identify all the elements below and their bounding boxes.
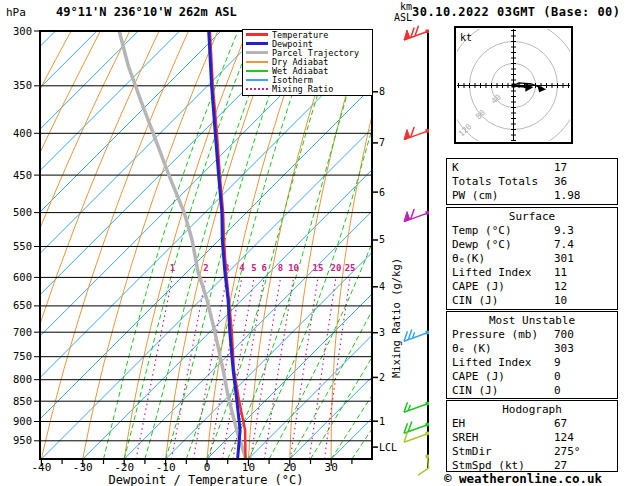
parcel-line-swatch — [246, 51, 268, 54]
svg-text:6: 6 — [261, 263, 266, 273]
stat-label: θₑ(K) — [452, 252, 554, 266]
x-axis-title: Dewpoint / Temperature (°C) — [40, 473, 372, 486]
stat-row-k: K17 — [452, 161, 617, 175]
surface-row-li: Lifted Index11 — [452, 266, 617, 280]
svg-text:1: 1 — [170, 263, 175, 273]
svg-text:2: 2 — [379, 372, 385, 383]
svg-text:10: 10 — [288, 263, 299, 273]
dewpoint-line-swatch — [246, 42, 268, 45]
svg-text:500: 500 — [13, 206, 32, 218]
surface-row-temp: Temp (°C)9.3 — [452, 224, 617, 238]
svg-text:7: 7 — [379, 137, 385, 148]
most-unstable-panel: Most Unstable Pressure (mb)700 θₑ (K)303… — [446, 311, 618, 399]
svg-text:6: 6 — [379, 187, 385, 198]
legend-item-mixing-ratio: Mixing Ratio — [243, 85, 372, 94]
temperature-line-swatch — [246, 33, 268, 36]
wind-barb — [404, 26, 429, 40]
stat-value: 303 — [554, 342, 574, 355]
svg-text:350: 350 — [13, 79, 32, 91]
wind-barb — [404, 209, 429, 222]
stat-value: 0 — [554, 384, 561, 397]
stat-label: Pressure (mb) — [452, 328, 554, 342]
stat-value: 1.98 — [554, 189, 581, 202]
svg-text:1: 1 — [379, 416, 385, 427]
svg-text:20: 20 — [330, 263, 341, 273]
legend-box: Temperature Dewpoint Parcel Trajectory D… — [242, 29, 373, 96]
svg-text:kt: kt — [460, 32, 472, 43]
wet-adiabat-line-swatch — [246, 70, 268, 72]
svg-text:5: 5 — [379, 234, 385, 245]
svg-text:950: 950 — [13, 434, 32, 446]
stat-label: StmDir — [452, 445, 554, 459]
svg-text:450: 450 — [13, 169, 32, 181]
svg-text:8: 8 — [278, 263, 283, 273]
wind-barb — [404, 432, 429, 442]
stat-value: 275° — [554, 445, 581, 458]
isotherm-line-swatch — [246, 79, 268, 81]
svg-text:2: 2 — [203, 263, 208, 273]
stat-value: 67 — [554, 417, 567, 430]
hodo-row-stmdir: StmDir275° — [452, 445, 617, 459]
stat-value: 17 — [554, 161, 567, 174]
indices-panel: K17 Totals Totals36 PW (cm)1.98 — [446, 158, 618, 205]
stat-value: 9.3 — [554, 224, 574, 237]
svg-text:25: 25 — [345, 263, 356, 273]
wind-barb — [404, 402, 429, 412]
svg-text:400: 400 — [13, 127, 32, 139]
sounding-chart-page: 1234568101520253003504004505005506006507… — [0, 0, 629, 486]
datetime-title: 30.10.2022 03GMT (Base: 00) — [412, 5, 621, 19]
svg-text:LCL: LCL — [379, 442, 397, 453]
mixing-ratio-lines — [136, 277, 350, 459]
stat-value: 11 — [554, 266, 567, 279]
stat-value: 10 — [554, 294, 567, 307]
stat-label: CAPE (J) — [452, 280, 554, 294]
hodograph-panel: Hodograph EH67 SREH124 StmDir275° StmSpd… — [446, 400, 618, 472]
mu-row-cin: CIN (J)0 — [452, 384, 617, 398]
stat-label: CAPE (J) — [452, 370, 554, 384]
stat-label: θₑ (K) — [452, 342, 554, 356]
mu-row-li: Lifted Index9 — [452, 356, 617, 370]
altitude-axis: 87654321LCL — [371, 31, 428, 468]
asl-label: ASL — [382, 12, 412, 23]
svg-text:650: 650 — [13, 299, 32, 311]
svg-text:3: 3 — [379, 327, 385, 338]
svg-text:900: 900 — [13, 415, 32, 427]
stat-value: 7.4 — [554, 238, 574, 251]
copyright-text: © weatheronline.co.uk — [444, 471, 602, 486]
svg-text:300: 300 — [13, 25, 32, 37]
stat-value: 301 — [554, 252, 574, 265]
stat-label: CIN (J) — [452, 384, 554, 398]
mu-row-cape: CAPE (J)0 — [452, 370, 617, 384]
surface-row-cin: CIN (J)10 — [452, 294, 617, 308]
surface-row-cape: CAPE (J)12 — [452, 280, 617, 294]
x-axis-ticks: -40-30-20-100102030 — [31, 460, 351, 474]
stat-value: 700 — [554, 328, 574, 341]
legend-label: Mixing Ratio — [272, 84, 333, 94]
hodo-row-eh: EH67 — [452, 417, 617, 431]
mu-row-pressure: Pressure (mb)700 — [452, 328, 617, 342]
svg-text:15: 15 — [313, 263, 324, 273]
wind-barbs — [404, 26, 429, 475]
surface-row-thetae: θₑ(K)301 — [452, 252, 617, 266]
stat-label: Lifted Index — [452, 356, 554, 370]
altitude-unit-label: km — [382, 1, 412, 12]
stat-label: Lifted Index — [452, 266, 554, 280]
wind-barb — [404, 127, 429, 140]
mixing-ratio-axis-title: Mixing Ratio (g/kg) — [390, 258, 402, 378]
stat-label: Temp (°C) — [452, 224, 554, 238]
stat-label: PW (cm) — [452, 189, 554, 203]
wind-barb — [404, 330, 429, 342]
svg-text:550: 550 — [13, 240, 32, 252]
stat-label: SREH — [452, 431, 554, 445]
stat-value: 9 — [554, 356, 561, 369]
pressure-unit-label: hPa — [6, 6, 26, 19]
surface-panel: Surface Temp (°C)9.3 Dewp (°C)7.4 θₑ(K)3… — [446, 207, 618, 310]
stat-value: 36 — [554, 175, 567, 188]
stat-row-pw: PW (cm)1.98 — [452, 189, 617, 203]
stat-label: CIN (J) — [452, 294, 554, 308]
svg-text:600: 600 — [13, 271, 32, 283]
stat-label: Totals Totals — [452, 175, 554, 189]
svg-text:4: 4 — [379, 281, 385, 292]
surface-row-dewp: Dewp (°C)7.4 — [452, 238, 617, 252]
hodograph: 4080120kt — [448, 20, 580, 152]
